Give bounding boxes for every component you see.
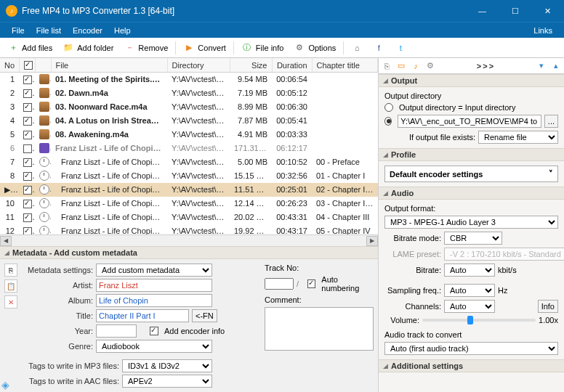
row-checkbox[interactable] xyxy=(23,117,32,126)
file-grid[interactable]: No File Directory Size Duration Chapter … xyxy=(0,58,378,234)
options-button[interactable]: ⚙Options xyxy=(289,40,340,56)
home-button[interactable]: ⌂ xyxy=(347,40,367,56)
meta-settings-select[interactable]: Add custom metadata xyxy=(96,264,212,277)
row-checkbox[interactable] xyxy=(23,200,32,208)
collapse-icon[interactable]: ▴ xyxy=(551,61,561,71)
bitrate-select[interactable]: Auto xyxy=(444,264,495,277)
menu-file[interactable]: File xyxy=(6,23,31,38)
profile-select[interactable]: Default encoder settings˅ xyxy=(384,166,558,182)
row-checkbox[interactable] xyxy=(23,158,32,167)
expand-icon[interactable]: ▾ xyxy=(536,61,547,71)
row-checkbox[interactable] xyxy=(23,227,32,234)
bitrate-label: Bitrate: xyxy=(384,266,441,274)
table-row[interactable]: 508. Awakening.m4aY:\AV\vctest\m4a4.91 M… xyxy=(0,128,378,142)
table-row[interactable]: 7Franz Liszt - Life of Chopin.m4bY:\AV\v… xyxy=(0,155,378,169)
additional-header[interactable]: ◢Additional settings xyxy=(379,359,564,372)
row-checkbox[interactable] xyxy=(23,186,32,195)
title-field[interactable] xyxy=(96,309,189,322)
copy-icon[interactable]: ⎘ xyxy=(382,61,392,71)
add-encoder-checkbox[interactable] xyxy=(150,327,158,335)
artist-field[interactable] xyxy=(96,279,212,292)
menu-help[interactable]: Help xyxy=(108,23,137,38)
table-row[interactable]: 101. Meeting of the Spirits.m4aY:\AV\vct… xyxy=(0,73,378,86)
outdir-same-radio[interactable] xyxy=(384,103,393,112)
info-icon: ⓘ xyxy=(241,42,253,54)
table-row[interactable]: 10Franz Liszt - Life of Chopin.m4bY:\AV\… xyxy=(0,197,378,211)
col-chap[interactable]: Chapter title xyxy=(312,58,378,73)
delete-meta-button[interactable]: ✕ xyxy=(4,295,17,309)
fn-button[interactable]: <-FN xyxy=(192,309,217,322)
format-select[interactable]: MP3 - MPEG-1 Audio Layer 3 xyxy=(384,216,558,229)
tags-mp3-select[interactable]: ID3v1 & ID3v2 xyxy=(122,359,212,372)
row-checkbox[interactable] xyxy=(23,75,32,84)
folder-icon[interactable]: ▭ xyxy=(396,61,406,71)
table-row[interactable]: 11Franz Liszt - Life of Chopin.m4bY:\AV\… xyxy=(0,211,378,224)
minimize-button[interactable]: — xyxy=(466,0,499,22)
audio-header[interactable]: ◢Audio xyxy=(379,187,564,200)
album-field[interactable] xyxy=(96,294,212,307)
menu-encoder[interactable]: Encoder xyxy=(67,23,108,38)
row-checkbox[interactable] xyxy=(23,103,32,112)
row-checkbox[interactable] xyxy=(23,172,32,181)
horizontal-scrollbar[interactable]: ◀▶ xyxy=(0,234,378,246)
menu-links[interactable]: Links xyxy=(528,23,558,38)
convert-button[interactable]: ▶Convert xyxy=(179,40,230,56)
samp-select[interactable]: Auto xyxy=(444,284,495,297)
row-checkbox[interactable] xyxy=(23,89,32,98)
home-icon: ⌂ xyxy=(351,42,363,54)
chan-select[interactable]: Auto xyxy=(444,300,495,313)
menu-bar: File File list Encoder Help Links xyxy=(0,22,564,38)
add-folder-button[interactable]: 📁Add folder xyxy=(58,40,118,56)
volume-slider[interactable] xyxy=(422,319,536,322)
maximize-button[interactable]: ☐ xyxy=(499,0,531,22)
exists-select[interactable]: Rename file xyxy=(478,131,558,144)
table-row[interactable]: 303. Noonward Race.m4aY:\AV\vctest\m4a8.… xyxy=(0,100,378,114)
table-row[interactable]: 6Franz Liszt - Life of Chopin.m4bY:\AV\v… xyxy=(0,142,378,155)
remove-button[interactable]: －Remove xyxy=(119,40,172,56)
col-file[interactable]: File xyxy=(51,58,167,73)
col-check[interactable] xyxy=(19,58,35,73)
tags-aac-select[interactable]: APEv2 xyxy=(122,375,212,388)
twitter-button[interactable]: t xyxy=(390,40,411,56)
table-row[interactable]: ▶ 9Franz Liszt - Life of Chopin.m4bY:\AV… xyxy=(0,183,378,197)
twitter-icon: t xyxy=(395,42,406,54)
info-button[interactable]: Info xyxy=(538,300,558,313)
add-files-button[interactable]: ＋Add files xyxy=(3,40,57,56)
table-row[interactable]: 12Franz Liszt - Life of Chopin.m4bY:\AV\… xyxy=(0,224,378,234)
genre-select[interactable]: Audiobook xyxy=(96,340,212,353)
table-row[interactable]: 202. Dawn.m4aY:\AV\vctest\m4a7.19 MB00:0… xyxy=(0,86,378,100)
copy-button[interactable]: ⎘ xyxy=(4,264,17,277)
col-no[interactable]: No xyxy=(0,58,19,73)
col-size[interactable]: Size xyxy=(230,58,272,73)
outdir-custom-radio[interactable] xyxy=(384,117,392,126)
close-button[interactable]: ✕ xyxy=(531,0,564,22)
table-row[interactable]: 8Franz Liszt - Life of Chopin.m4bY:\AV\v… xyxy=(0,169,378,183)
output-header[interactable]: ◢Output xyxy=(379,74,564,87)
facebook-button[interactable]: f xyxy=(368,40,389,56)
row-checkbox[interactable] xyxy=(23,144,32,153)
brmode-label: Bitrate mode: xyxy=(384,234,441,242)
brmode-select[interactable]: CBR xyxy=(444,232,502,245)
tag-icon: ◈ xyxy=(1,379,9,391)
profile-header[interactable]: ◢Profile xyxy=(379,148,564,161)
more-button[interactable]: >>> xyxy=(477,62,495,70)
menu-filelist[interactable]: File list xyxy=(31,23,67,38)
track-select[interactable]: Auto (first audio track) xyxy=(384,342,558,355)
music-icon[interactable]: ♪ xyxy=(411,61,421,71)
autonum-checkbox[interactable] xyxy=(307,279,315,288)
year-field[interactable] xyxy=(96,324,137,338)
table-row[interactable]: 404. A Lotus on Irish Streams.m4aY:\AV\v… xyxy=(0,114,378,128)
file-info-button[interactable]: ⓘFile info xyxy=(237,40,289,56)
gear-icon-right[interactable]: ⚙ xyxy=(425,61,435,71)
window-title: Free MP4 to MP3 Converter 1.3 [64-bit] xyxy=(22,6,466,16)
col-dur[interactable]: Duration xyxy=(272,58,312,73)
row-checkbox[interactable] xyxy=(23,213,32,222)
row-checkbox[interactable] xyxy=(23,131,32,139)
paste-button[interactable]: 📋 xyxy=(4,279,17,293)
browse-button[interactable]: ... xyxy=(544,115,558,128)
comment-field[interactable] xyxy=(265,307,374,351)
outdir-field[interactable] xyxy=(398,115,541,128)
col-dir[interactable]: Directory xyxy=(167,58,230,73)
trackno-field[interactable] xyxy=(265,278,294,290)
metadata-header[interactable]: ◢Metadata - Add custom metadata xyxy=(0,246,378,259)
